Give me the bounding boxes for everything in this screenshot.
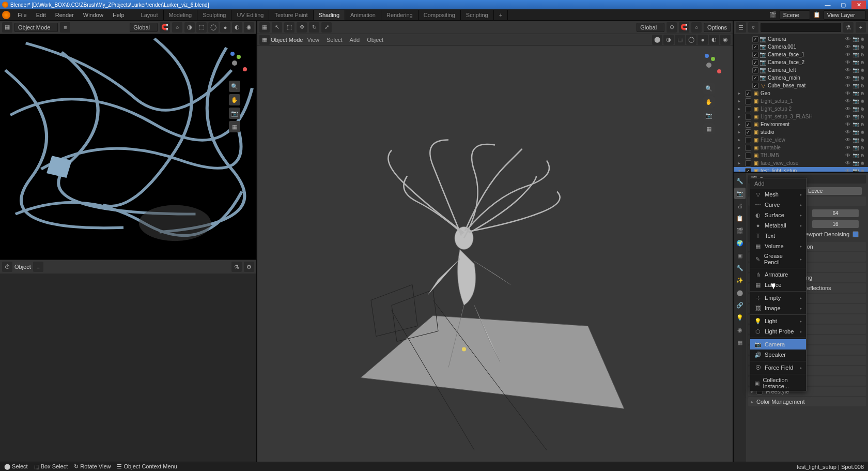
outliner-environment[interactable]: ▸▣Environment👁📷🖱 bbox=[734, 120, 868, 128]
shade-wire-icon[interactable]: ◯ bbox=[686, 35, 696, 45]
chevron-icon[interactable]: ▸ bbox=[738, 99, 743, 103]
viewport-left[interactable]: ▦ Object Mode ≡ Global 🧲 ○ ◑ ⬚ ◯ ● ◐ ◉ bbox=[0, 21, 256, 260]
outliner-camera-left[interactable]: 📷Camera_left👁📷🖱 bbox=[734, 66, 868, 74]
rotate-tool-icon[interactable]: ↻ bbox=[309, 22, 319, 33]
prop-tab-texture-icon[interactable]: ▦ bbox=[734, 337, 746, 348]
ws-layout[interactable]: Layout bbox=[136, 10, 164, 20]
viewport-main-canvas[interactable] bbox=[257, 45, 733, 462]
add-menu[interactable]: Add bbox=[347, 36, 363, 44]
disable-render-icon[interactable]: 📷 bbox=[853, 114, 859, 120]
ws-rendering[interactable]: Rendering bbox=[381, 10, 419, 20]
selectable-icon[interactable]: 🖱 bbox=[860, 153, 866, 159]
editor-icon[interactable]: ▦ bbox=[259, 35, 270, 45]
dopesheet-mode[interactable]: Object bbox=[14, 264, 31, 270]
chevron-icon[interactable]: ▸ bbox=[738, 122, 743, 127]
collection-enable-checkbox[interactable] bbox=[752, 75, 758, 81]
axis-y-icon[interactable] bbox=[711, 57, 715, 61]
hide-viewport-icon[interactable]: 👁 bbox=[845, 59, 851, 66]
orientation-selector[interactable]: Global bbox=[637, 23, 664, 32]
gizmo-toggle-icon[interactable]: ⬤ bbox=[652, 35, 662, 45]
ws-compositing[interactable]: Compositing bbox=[419, 10, 461, 20]
selectable-icon[interactable]: 🖱 bbox=[860, 75, 866, 81]
menu-render[interactable]: Render bbox=[51, 10, 78, 20]
hide-viewport-icon[interactable]: 👁 bbox=[845, 44, 851, 50]
prop-tab-constraint-icon[interactable]: 🔗 bbox=[734, 299, 746, 311]
outliner-tree[interactable]: 📷Camera👁📷🖱📷Camera.001👁📷🖱📷Camera_face_1👁📷… bbox=[734, 34, 868, 172]
zoom-icon[interactable]: 🔍 bbox=[703, 83, 715, 94]
camera-view-icon[interactable]: 📷 bbox=[703, 110, 715, 121]
add-grease-pencil[interactable]: ✎Grease Pencil▸ bbox=[750, 251, 806, 267]
shading-render-icon[interactable]: ◉ bbox=[244, 22, 254, 33]
disable-render-icon[interactable]: 📷 bbox=[853, 137, 859, 143]
outliner-camera-face-2[interactable]: 📷Camera_face_2👁📷🖱 bbox=[734, 58, 868, 66]
add-text[interactable]: TText bbox=[750, 231, 806, 241]
add-image[interactable]: 🖼Image▸ bbox=[750, 303, 806, 313]
outliner-turntable[interactable]: ▸▣turntable👁📷🖱 bbox=[734, 144, 868, 151]
ws-shading[interactable]: Shading bbox=[314, 10, 345, 20]
select-menu[interactable]: Select bbox=[323, 36, 346, 44]
chevron-icon[interactable]: ▸ bbox=[738, 138, 743, 142]
nav-gizmo-main[interactable]: 🔍 ✋ 📷 ▦ bbox=[693, 50, 724, 136]
prop-tab-output-icon[interactable]: 🖨 bbox=[734, 200, 746, 211]
add-curve[interactable]: 〰Curve▸ bbox=[750, 200, 806, 210]
collection-enable-checkbox[interactable] bbox=[752, 52, 758, 58]
collection-enable-checkbox[interactable] bbox=[752, 67, 758, 73]
collection-enable-checkbox[interactable] bbox=[745, 114, 751, 120]
add-camera[interactable]: 📷Camera bbox=[750, 339, 806, 350]
prop-tab-modifier-icon[interactable]: 🔧 bbox=[734, 262, 746, 274]
axis-y-icon[interactable] bbox=[237, 55, 241, 59]
shading-solid-icon[interactable]: ● bbox=[220, 22, 230, 33]
hide-viewport-icon[interactable]: 👁 bbox=[845, 52, 851, 58]
hide-viewport-icon[interactable]: 👁 bbox=[845, 137, 851, 143]
outliner-camera-001[interactable]: 📷Camera.001👁📷🖱 bbox=[734, 43, 868, 51]
dopesheet-opts-icon[interactable]: ⚙ bbox=[244, 262, 254, 272]
nav-gizmo-left[interactable]: 🔍 ✋ 📷 ▦ bbox=[219, 48, 250, 134]
add-mesh[interactable]: ▽Mesh▸ bbox=[750, 189, 806, 200]
collection-enable-checkbox[interactable] bbox=[745, 121, 751, 128]
outliner-geo[interactable]: ▸▣Geo👁📷🖱 bbox=[734, 89, 868, 97]
selectable-icon[interactable]: 🖱 bbox=[860, 83, 866, 89]
add-surface[interactable]: ◐Surface▸ bbox=[750, 210, 806, 220]
ws-texturepaint[interactable]: Texture Paint bbox=[269, 10, 313, 20]
dopesheet[interactable]: ⏱ Object ≡ ⚗ ⚙ bbox=[0, 260, 256, 462]
viewlayer-selector[interactable]: View Layer bbox=[824, 10, 866, 20]
selectable-icon[interactable]: 🖱 bbox=[860, 52, 866, 58]
hide-viewport-icon[interactable]: 👁 bbox=[845, 98, 851, 104]
hide-viewport-icon[interactable]: 👁 bbox=[845, 168, 851, 172]
selectable-icon[interactable]: 🖱 bbox=[860, 137, 866, 143]
prop-tab-world-icon[interactable]: 🌍 bbox=[734, 237, 746, 249]
selectable-icon[interactable]: 🖱 bbox=[860, 44, 866, 50]
prop-tab-scene-icon[interactable]: 🎬 bbox=[734, 225, 746, 236]
chevron-icon[interactable]: ▸ bbox=[738, 145, 743, 150]
outliner-light-setup-2[interactable]: ▸▣Light_setup 2👁📷🖱 bbox=[734, 105, 868, 113]
scene-selector[interactable]: Scene bbox=[780, 10, 810, 20]
outliner-test-light-setup[interactable]: ▾▣test_light_setup👁📷🖱 bbox=[734, 167, 868, 172]
hide-viewport-icon[interactable]: 👁 bbox=[845, 129, 851, 135]
pan-icon[interactable]: ✋ bbox=[229, 94, 240, 105]
hide-viewport-icon[interactable]: 👁 bbox=[845, 90, 851, 97]
disable-render-icon[interactable]: 📷 bbox=[853, 59, 859, 66]
disable-render-icon[interactable]: 📷 bbox=[853, 90, 859, 97]
ws-scripting[interactable]: Scripting bbox=[461, 10, 494, 20]
snap-icon[interactable]: 🧲 bbox=[679, 22, 689, 33]
disable-render-icon[interactable]: 📷 bbox=[853, 160, 859, 166]
maximize-button[interactable]: ▢ bbox=[836, 1, 850, 9]
orientation-selector[interactable]: Global bbox=[130, 23, 158, 32]
mode-selector-main[interactable]: Object Mode bbox=[271, 37, 303, 43]
outliner-camera-main[interactable]: 📷Camera_main👁📷🖱 bbox=[734, 74, 868, 82]
shade-render-icon[interactable]: ◉ bbox=[720, 35, 731, 45]
prop-tab-physics-icon[interactable]: ⬤ bbox=[734, 287, 746, 298]
viewport-denoising-checkbox[interactable] bbox=[853, 231, 859, 237]
selectable-icon[interactable]: 🖱 bbox=[860, 59, 866, 66]
disable-render-icon[interactable]: 📷 bbox=[853, 121, 859, 128]
outliner-filter-icon[interactable]: ⚗ bbox=[843, 22, 854, 33]
collection-enable-checkbox[interactable] bbox=[745, 129, 751, 135]
editor-type-icon[interactable]: ▦ bbox=[259, 22, 270, 33]
selectable-icon[interactable]: 🖱 bbox=[860, 129, 866, 135]
collection-enable-checkbox[interactable] bbox=[745, 160, 751, 166]
add-empty[interactable]: ⊹Empty▸ bbox=[750, 293, 806, 303]
add-force-field[interactable]: ⦿Force Field▸ bbox=[750, 362, 806, 373]
disable-render-icon[interactable]: 📷 bbox=[853, 75, 859, 81]
selectable-icon[interactable]: 🖱 bbox=[860, 114, 866, 120]
outliner-thumb[interactable]: ▸▣THUMB👁📷🖱 bbox=[734, 151, 868, 159]
